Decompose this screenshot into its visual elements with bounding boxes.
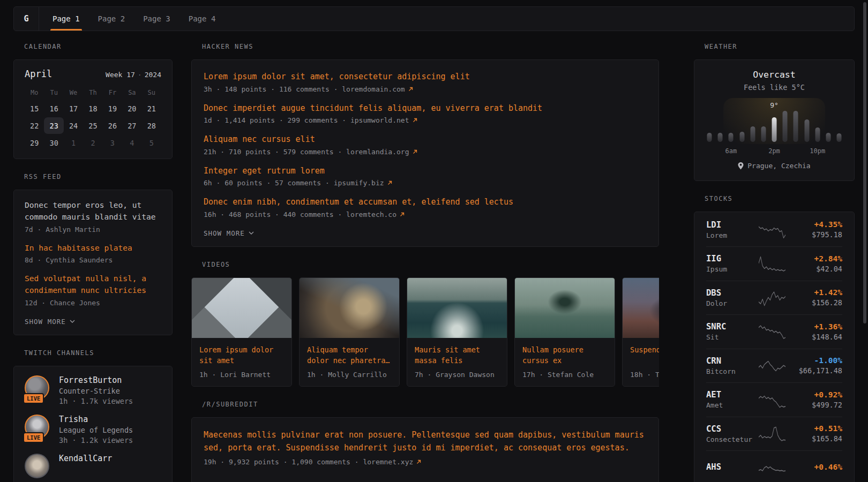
twitch-channel-game: Counter-Strike — [59, 387, 133, 395]
calendar-day: 17 — [64, 100, 83, 117]
calendar-section-label: CALENDAR — [24, 43, 173, 50]
map-pin-icon — [738, 162, 744, 170]
video-meta: 18h · Tara — [630, 371, 659, 379]
chevron-down-icon — [70, 320, 75, 323]
video-card[interactable]: Nullam posuere cursus ex 17h · Stefan Co… — [514, 277, 615, 387]
tab-page-3[interactable]: Page 3 — [134, 7, 179, 31]
calendar-day: 5 — [142, 134, 161, 151]
calendar-day: 22 — [25, 117, 44, 134]
external-link-icon[interactable] — [408, 87, 413, 92]
hn-item-title[interactable]: Integer eget rutrum lorem — [204, 165, 647, 177]
video-card[interactable]: Mauris sit amet massa felis 7h · Grayson… — [407, 277, 507, 387]
stock-name: Lorem — [706, 231, 755, 239]
twitch-channel-row[interactable]: LIVE Trisha League of Legends 3h · 1.2k … — [25, 415, 161, 445]
external-link-icon[interactable] — [416, 460, 421, 464]
stock-change: -1.00% — [789, 356, 842, 365]
app-logo[interactable]: G — [14, 7, 39, 31]
video-title[interactable]: Mauris sit amet massa felis — [415, 344, 499, 367]
rss-widget: Donec tempor eros leo, ut commodo mauris… — [13, 190, 173, 335]
video-thumbnail[interactable] — [515, 278, 615, 338]
stock-name: Ipsum — [706, 265, 755, 273]
subreddit-section: /R/SUBREDDIT Maecenas mollis pulvinar er… — [191, 401, 659, 482]
external-link-icon[interactable] — [400, 212, 405, 217]
stock-row[interactable]: AHS +0.46% — [706, 451, 842, 482]
hn-item-title[interactable]: Aliquam nec cursus elit — [204, 133, 647, 146]
hn-item-title[interactable]: Lorem ipsum dolor sit amet, consectetur … — [204, 71, 647, 83]
video-card-body: Suspendisse diam 18h · Tara — [623, 338, 659, 386]
hn-item-title[interactable]: Donec enim nibh, condimentum et accumsan… — [204, 196, 647, 208]
twitch-channel-name[interactable]: KendallCarr — [59, 454, 112, 463]
external-link-icon[interactable] — [387, 180, 392, 185]
stock-row[interactable]: IIG Ipsum +2.84% $42.04 — [706, 247, 842, 281]
calendar-day: 26 — [103, 117, 122, 134]
stock-row[interactable]: CCS Consectetur +0.51% $165.84 — [706, 417, 842, 451]
subreddit-widget: Maecenas mollis pulvinar erat non posuer… — [191, 417, 659, 482]
video-card-body: Lorem ipsum dolor sit amet consectetu… 1… — [192, 338, 291, 386]
video-thumbnail[interactable] — [300, 278, 399, 338]
subreddit-post-title[interactable]: Maecenas mollis pulvinar erat non posuer… — [204, 428, 647, 455]
tab-page-4[interactable]: Page 4 — [179, 7, 225, 31]
video-title[interactable]: Lorem ipsum dolor sit amet consectetu… — [199, 344, 284, 367]
rss-item-title[interactable]: In hac habitasse platea — [25, 243, 161, 254]
twitch-channel-row[interactable]: LIVE ForrestBurton Counter-Strike 1h · 1… — [25, 375, 161, 405]
tab-page-1[interactable]: Page 1 — [43, 7, 89, 31]
video-title[interactable]: Suspendisse diam — [630, 344, 659, 367]
weather-time-label: 6am — [725, 147, 737, 155]
stock-name: Amet — [706, 401, 755, 409]
videos-section: VIDEOS Lorem ipsum dolor sit amet consec… — [191, 261, 659, 387]
twitch-avatar-wrap — [25, 454, 50, 478]
stock-row[interactable]: AET Amet +0.92% $499.72 — [706, 383, 842, 417]
calendar-year: 2024 — [145, 71, 161, 79]
hn-show-more-button[interactable]: SHOW MORE — [204, 229, 254, 237]
stock-ids: SNRC Sit — [706, 322, 755, 341]
stock-price: $66,171.48 — [789, 366, 842, 375]
weather-location-text: Prague, Czechia — [747, 162, 810, 170]
stock-row[interactable]: DBS Dolor +1.42% $156.28 — [706, 281, 842, 315]
weather-bar — [729, 133, 734, 142]
weather-bar — [837, 133, 842, 142]
tab-page-2[interactable]: Page 2 — [89, 7, 134, 31]
stock-price: $499.72 — [789, 401, 842, 409]
twitch-channel-meta: 1h · 1.7k viewers — [59, 397, 133, 405]
twitch-channel-row[interactable]: KendallCarr — [25, 454, 161, 478]
page-tabs: Page 1 Page 2 Page 3 Page 4 — [39, 7, 225, 31]
video-title[interactable]: Aliquam tempor dolor nec pharetra… — [307, 344, 392, 367]
hn-item-title[interactable]: Donec imperdiet augue tincidunt felis al… — [204, 102, 647, 115]
stock-change: +1.36% — [789, 322, 842, 331]
twitch-channel-meta: 3h · 1.2k viewers — [59, 436, 133, 445]
calendar-day: 2 — [83, 134, 102, 151]
stock-values: +0.92% $499.72 — [789, 390, 842, 409]
hn-item-meta: 16h · 468 points · 440 comments · loremt… — [204, 210, 647, 219]
calendar-day: 15 — [25, 100, 44, 117]
stock-change: +0.46% — [789, 463, 842, 471]
subreddit-post-meta-text: 19h · 9,932 points · 1,090 comments · lo… — [204, 458, 413, 466]
video-thumbnail[interactable] — [192, 278, 291, 338]
stock-row[interactable]: LDI Lorem +4.35% $795.18 — [706, 213, 842, 247]
video-card[interactable]: Lorem ipsum dolor sit amet consectetu… 1… — [191, 277, 292, 387]
calendar-day: 1 — [64, 134, 83, 151]
video-title[interactable]: Nullam posuere cursus ex — [522, 344, 607, 367]
stock-values: +0.46% — [789, 463, 842, 473]
rss-show-more-button[interactable]: SHOW MORE — [25, 318, 75, 326]
video-thumbnail[interactable] — [407, 278, 507, 338]
calendar-header: April Week 17·2024 — [25, 69, 161, 79]
video-thumbnail[interactable] — [623, 278, 659, 338]
rss-item-title[interactable]: Sed volutpat nulla nisl, a condimentum n… — [25, 273, 161, 297]
calendar-day: 24 — [64, 117, 83, 134]
rss-section: RSS FEED Donec tempor eros leo, ut commo… — [13, 173, 173, 335]
calendar-separator: · — [135, 71, 145, 79]
video-card[interactable]: Aliquam tempor dolor nec pharetra… 1h · … — [299, 277, 400, 387]
stock-row[interactable]: SNRC Sit +1.36% $148.64 — [706, 315, 842, 349]
rss-item-meta: 7d · Ashlyn Martin — [25, 225, 161, 234]
external-link-icon[interactable] — [413, 149, 417, 154]
stock-row[interactable]: CRN Bitcorn -1.00% $66,171.48 — [706, 349, 842, 383]
calendar-grid: MoTuWeThFrSaSu15161718192021222324252627… — [25, 86, 161, 151]
external-link-icon[interactable] — [413, 118, 417, 123]
stock-ids: CRN Bitcorn — [706, 356, 755, 375]
hn-item-meta-text: 16h · 468 points · 440 comments · loremt… — [204, 210, 396, 219]
twitch-channel-name[interactable]: ForrestBurton — [59, 375, 133, 385]
page-scrollbar[interactable] — [863, 2, 866, 323]
rss-item-title[interactable]: Donec tempor eros leo, ut commodo mauris… — [25, 200, 161, 223]
video-card[interactable]: Suspendisse diam 18h · Tara — [622, 277, 659, 387]
twitch-channel-name[interactable]: Trisha — [59, 415, 133, 424]
